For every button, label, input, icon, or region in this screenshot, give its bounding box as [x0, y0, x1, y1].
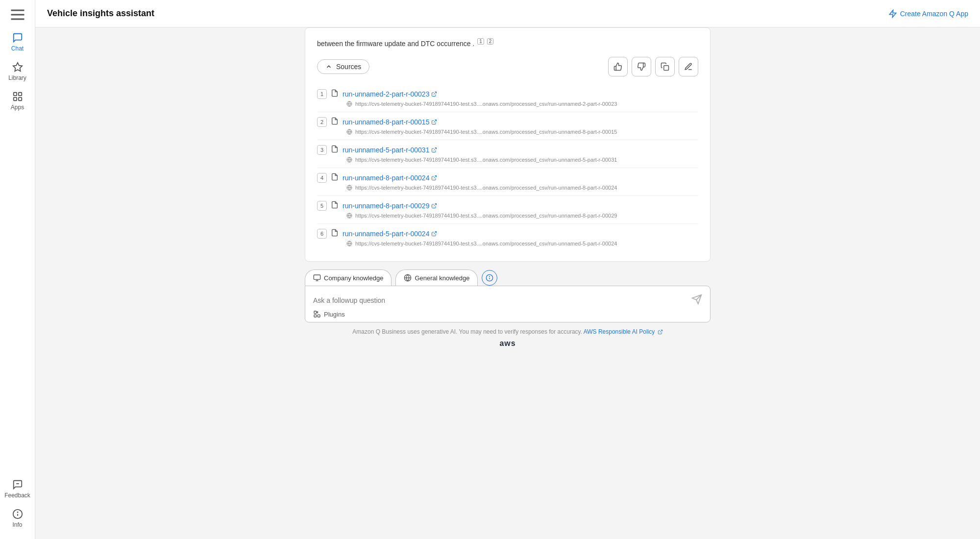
source-link[interactable]: run-unnamed-8-part-r-00024 [343, 174, 437, 182]
sidebar-item-chat[interactable]: Chat [0, 27, 35, 57]
general-knowledge-label: General knowledge [415, 274, 469, 282]
svg-rect-32 [314, 275, 320, 279]
source-url-text: https://cvs-telemetry-bucket-74918974419… [355, 213, 617, 219]
svg-rect-42 [314, 311, 317, 314]
source-item: 5 run-unnamed-8-part-r-00029 [317, 196, 698, 224]
sources-toggle-button[interactable]: Sources [317, 59, 369, 74]
tab-general-knowledge[interactable]: General knowledge [395, 270, 478, 286]
source-number: 3 [317, 145, 327, 155]
edit-button[interactable] [679, 57, 698, 76]
pencil-icon [684, 62, 693, 71]
topbar: Vehicle insights assistant Create Amazon… [35, 0, 980, 27]
source-url: https://cvs-telemetry-bucket-74918974419… [317, 241, 698, 246]
sidebar-item-feedback[interactable]: Feedback [0, 474, 35, 504]
sidebar-bottom: Feedback Info [0, 474, 35, 533]
sidebar-item-info-label: Info [12, 521, 22, 528]
file-icon [331, 117, 339, 127]
source-row: 4 run-unnamed-8-part-r-00024 [317, 173, 698, 183]
source-link[interactable]: run-unnamed-2-part-r-00023 [343, 90, 437, 98]
followup-input[interactable] [313, 296, 687, 304]
sidebar-item-library[interactable]: Library [0, 57, 35, 86]
main-area: Vehicle insights assistant Create Amazon… [35, 0, 980, 539]
responsible-ai-link[interactable]: AWS Responsible AI Policy [584, 328, 663, 335]
thumbs-down-button[interactable] [632, 57, 651, 76]
source-item: 3 run-unnamed-5-part-r-00031 [317, 140, 698, 168]
thumbs-down-icon [637, 62, 646, 71]
sidebar: Chat Library Apps Feedback [0, 0, 35, 539]
sidebar-item-info[interactable]: Info [0, 504, 35, 533]
company-knowledge-label: Company knowledge [324, 274, 383, 282]
sidebar-item-apps[interactable]: Apps [0, 86, 35, 116]
external-link-small-icon [431, 147, 437, 153]
sources-actions [608, 57, 698, 76]
source-link[interactable]: run-unnamed-8-part-r-00029 [343, 202, 437, 210]
message-card: between the firmware update and DTC occu… [305, 27, 710, 262]
svg-rect-44 [318, 315, 320, 317]
globe-small-icon [346, 157, 352, 163]
sources-header: Sources [317, 57, 698, 76]
copy-button[interactable] [655, 57, 675, 76]
page-title: Vehicle insights assistant [47, 8, 154, 19]
input-container: Company knowledge General knowledge [297, 270, 718, 322]
plugins-row[interactable]: Plugins [313, 306, 702, 318]
source-url: https://cvs-telemetry-bucket-74918974419… [317, 185, 698, 191]
source-url: https://cvs-telemetry-bucket-74918974419… [317, 129, 698, 135]
info-icon [486, 274, 493, 282]
source-number: 1 [317, 89, 327, 99]
sidebar-item-apps-label: Apps [11, 104, 24, 111]
svg-line-17 [434, 120, 437, 123]
source-row: 6 run-unnamed-5-part-r-00024 [317, 229, 698, 239]
source-row: 5 run-unnamed-8-part-r-00029 [317, 201, 698, 211]
source-link[interactable]: run-unnamed-8-part-r-00015 [343, 118, 437, 126]
footer: Amazon Q Business uses generative AI. Yo… [344, 322, 670, 337]
info-button[interactable] [482, 270, 497, 286]
source-url-text: https://cvs-telemetry-bucket-74918974419… [355, 129, 617, 135]
source-url-text: https://cvs-telemetry-bucket-74918974419… [355, 157, 617, 163]
chevron-up-icon [325, 63, 332, 70]
source-link[interactable]: run-unnamed-5-part-r-00031 [343, 146, 437, 154]
source-number: 6 [317, 229, 327, 239]
thumbs-up-button[interactable] [608, 57, 628, 76]
send-button[interactable] [691, 294, 702, 306]
plugins-icon [313, 310, 321, 318]
source-number: 4 [317, 173, 327, 183]
chat-content: between the firmware update and DTC occu… [35, 27, 980, 539]
source-link[interactable]: run-unnamed-5-part-r-00024 [343, 230, 437, 238]
create-app-label: Create Amazon Q App [900, 10, 968, 18]
globe-small-icon [346, 213, 352, 219]
globe-icon [404, 274, 412, 282]
file-icon [331, 201, 339, 211]
knowledge-tabs: Company knowledge General knowledge [305, 270, 710, 286]
svg-line-14 [434, 92, 437, 95]
input-box: Plugins [305, 286, 710, 322]
source-row: 1 run-unnamed-2-part-r-00023 [317, 89, 698, 99]
source-item: 4 run-unnamed-8-part-r-00024 [317, 168, 698, 196]
create-app-icon [888, 9, 897, 18]
svg-line-29 [434, 232, 437, 235]
menu-icon[interactable] [9, 6, 26, 24]
source-item: 1 run-unnamed-2-part-r-00023 [317, 84, 698, 112]
sources-list: 1 run-unnamed-2-part-r-00023 [317, 84, 698, 251]
file-icon [331, 89, 339, 99]
svg-line-26 [434, 204, 437, 207]
svg-marker-3 [13, 63, 22, 71]
file-icon [331, 229, 339, 239]
plugins-label: Plugins [324, 311, 345, 318]
tab-company-knowledge[interactable]: Company knowledge [305, 270, 392, 286]
external-link-small-icon [431, 91, 437, 97]
create-app-button[interactable]: Create Amazon Q App [888, 9, 968, 18]
source-number: 2 [317, 117, 327, 127]
source-url: https://cvs-telemetry-bucket-74918974419… [317, 101, 698, 107]
sources-label: Sources [336, 63, 361, 71]
source-url-text: https://cvs-telemetry-bucket-74918974419… [355, 185, 617, 191]
source-item: 2 run-unnamed-8-part-r-00015 [317, 112, 698, 140]
source-row: 3 run-unnamed-5-part-r-00031 [317, 145, 698, 155]
svg-marker-12 [889, 10, 896, 17]
copy-icon [661, 62, 669, 71]
thumbs-up-icon [613, 62, 622, 71]
external-link-small-icon [431, 231, 437, 237]
source-url: https://cvs-telemetry-bucket-74918974419… [317, 213, 698, 219]
svg-line-23 [434, 176, 437, 179]
source-url: https://cvs-telemetry-bucket-74918974419… [317, 157, 698, 163]
aws-logo: aws [499, 339, 515, 348]
